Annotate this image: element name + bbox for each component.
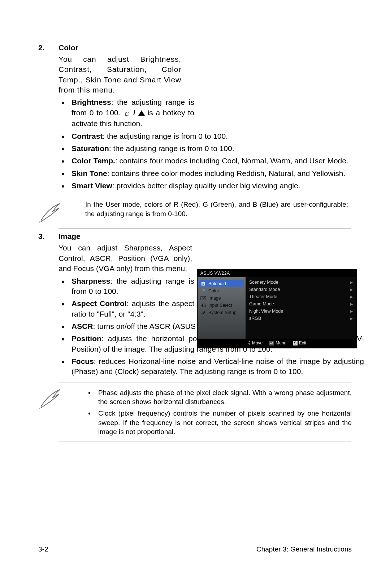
image-icon <box>200 296 206 301</box>
divider <box>58 228 351 228</box>
divider <box>58 196 351 196</box>
chevron-right-icon: ▶ <box>350 302 353 306</box>
section-number: 2. <box>38 43 58 52</box>
note-phase: Phase adjusts the phase of the pixel clo… <box>85 388 352 407</box>
osd-side-system: System Setup <box>199 309 244 316</box>
chevron-right-icon: ▶ <box>350 295 353 299</box>
color-intro: You can adjust Brightness, Contrast, Sat… <box>58 54 181 95</box>
section-heading-color: 2. Color <box>38 43 352 52</box>
osd-mode-night: Night View Mode▶ <box>248 308 354 315</box>
input-icon <box>200 303 206 308</box>
svg-point-2 <box>203 291 205 293</box>
tools-icon <box>200 310 206 315</box>
page-footer: 3-2 Chapter 3: General Instructions <box>38 545 352 553</box>
bullet-color-temp: Color Temp.: contains four modes includi… <box>58 156 364 166</box>
palette-icon <box>200 288 206 293</box>
bullet-skin-tone: Skin Tone: contains three color modes in… <box>58 168 364 179</box>
bullet-saturation: Saturation: the adjusting range is from … <box>58 143 364 154</box>
chevron-right-icon: ▶ <box>350 287 353 292</box>
divider <box>58 382 351 382</box>
color-note-text: In the User mode, colors of R (Red), G (… <box>74 200 352 223</box>
osd-foot-menu: ↵Menu <box>269 340 286 345</box>
sun-icon: ☼ <box>123 108 130 119</box>
page-number: 3-2 <box>38 545 48 553</box>
triangle-up-icon <box>138 110 145 116</box>
manual-page: 2. Color You can adjust Brightness, Cont… <box>0 0 390 588</box>
osd-side-input: Input Select <box>199 302 244 309</box>
image-intro: You can adjust Sharpness, Aspect Control… <box>58 243 192 274</box>
osd-side-splendid: S Splendid <box>199 280 244 287</box>
chapter-label: Chapter 3: General Instructions <box>256 545 352 553</box>
bullet-sharpness: Sharpness: the adjusting range is from 0… <box>58 276 194 297</box>
divider <box>58 442 351 442</box>
osd-footer: ▲▼Move ↵Menu SExit <box>198 339 356 348</box>
image-note-bullets: Phase adjusts the phase of the pixel clo… <box>85 388 352 437</box>
updown-icon: ▲▼ <box>248 340 251 346</box>
bullet-brightness: Brightness: the adjusting range is from … <box>58 97 194 129</box>
image-notes: Phase adjusts the phase of the pixel clo… <box>38 386 352 437</box>
slash: / <box>133 108 135 117</box>
osd-side-color: Color <box>199 287 244 295</box>
osd-screenshot: ASUS VW22A S Splendid Color Image <box>197 269 357 348</box>
osd-side-image: Image <box>199 295 244 302</box>
osd-mode-theater: Theater Mode▶ <box>248 293 354 300</box>
section-title: Color <box>58 43 78 52</box>
quill-icon <box>38 386 74 437</box>
section-title: Image <box>58 232 81 241</box>
osd-mode-srgb: sRGB▶ <box>248 315 354 322</box>
osd-foot-move: ▲▼Move <box>248 340 263 346</box>
section-number: 3. <box>38 232 58 241</box>
osd-mode-game: Game Mode▶ <box>248 300 354 308</box>
bullet-contrast: Contrast: the adjusting range is from 0 … <box>58 131 364 141</box>
color-bullets: Brightness: the adjusting range is from … <box>58 97 352 191</box>
osd-mode-standard: Standard Mode▶ <box>248 286 354 293</box>
osd-sidebar: S Splendid Color Image <box>198 277 246 339</box>
bullet-focus: Focus: reduces Horizonal-line noise and … <box>58 356 364 377</box>
s-key-icon: S <box>293 341 298 345</box>
chevron-right-icon: ▶ <box>350 309 353 314</box>
chevron-right-icon: ▶ <box>350 280 353 285</box>
s-icon: S <box>200 281 206 286</box>
osd-mode-scenery: Scenery Mode▶ <box>248 279 354 286</box>
osd-title: ASUS VW22A <box>198 269 356 277</box>
color-note: In the User mode, colors of R (Red), G (… <box>38 200 352 223</box>
note-clock: Clock (pixel frequency) controls the num… <box>85 409 352 437</box>
chevron-right-icon: ▶ <box>350 316 353 321</box>
bullet-smart-view: Smart View: provides better display qual… <box>58 181 364 191</box>
enter-key-icon: ↵ <box>269 341 274 345</box>
quill-icon <box>38 200 74 223</box>
bullet-aspect-control: Aspect Control: adjusts the aspect ratio… <box>58 299 194 319</box>
osd-foot-exit: SExit <box>293 340 306 345</box>
svg-rect-3 <box>201 296 206 300</box>
section-heading-image: 3. Image <box>38 232 352 241</box>
osd-main: Scenery Mode▶ Standard Mode▶ Theater Mod… <box>246 277 356 339</box>
